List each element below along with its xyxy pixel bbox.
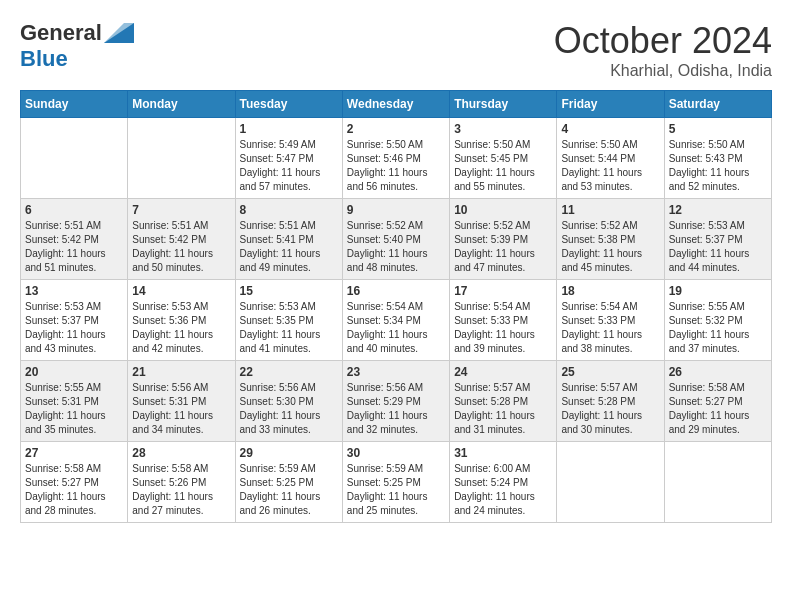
cell-info: Sunrise: 5:56 AMSunset: 5:31 PMDaylight:… [132,381,230,437]
calendar-cell: 14Sunrise: 5:53 AMSunset: 5:36 PMDayligh… [128,280,235,361]
cell-info: Sunrise: 5:54 AMSunset: 5:33 PMDaylight:… [561,300,659,356]
calendar-week-row: 27Sunrise: 5:58 AMSunset: 5:27 PMDayligh… [21,442,772,523]
cell-info: Sunrise: 5:54 AMSunset: 5:34 PMDaylight:… [347,300,445,356]
calendar-cell: 8Sunrise: 5:51 AMSunset: 5:41 PMDaylight… [235,199,342,280]
day-number: 24 [454,365,552,379]
calendar-cell: 24Sunrise: 5:57 AMSunset: 5:28 PMDayligh… [450,361,557,442]
cell-info: Sunrise: 5:51 AMSunset: 5:41 PMDaylight:… [240,219,338,275]
day-number: 5 [669,122,767,136]
header-day-saturday: Saturday [664,91,771,118]
cell-info: Sunrise: 5:57 AMSunset: 5:28 PMDaylight:… [454,381,552,437]
day-number: 30 [347,446,445,460]
day-number: 3 [454,122,552,136]
calendar-header-row: SundayMondayTuesdayWednesdayThursdayFrid… [21,91,772,118]
calendar-cell [664,442,771,523]
day-number: 8 [240,203,338,217]
cell-info: Sunrise: 5:58 AMSunset: 5:27 PMDaylight:… [669,381,767,437]
day-number: 26 [669,365,767,379]
cell-info: Sunrise: 5:56 AMSunset: 5:29 PMDaylight:… [347,381,445,437]
month-title: October 2024 [554,20,772,62]
calendar-cell: 30Sunrise: 5:59 AMSunset: 5:25 PMDayligh… [342,442,449,523]
day-number: 7 [132,203,230,217]
calendar-week-row: 13Sunrise: 5:53 AMSunset: 5:37 PMDayligh… [21,280,772,361]
day-number: 9 [347,203,445,217]
calendar-cell: 27Sunrise: 5:58 AMSunset: 5:27 PMDayligh… [21,442,128,523]
cell-info: Sunrise: 5:51 AMSunset: 5:42 PMDaylight:… [25,219,123,275]
svg-marker-1 [104,23,134,43]
calendar-week-row: 20Sunrise: 5:55 AMSunset: 5:31 PMDayligh… [21,361,772,442]
location-title: Kharhial, Odisha, India [554,62,772,80]
cell-info: Sunrise: 5:51 AMSunset: 5:42 PMDaylight:… [132,219,230,275]
logo-blue-text: Blue [20,46,68,71]
cell-info: Sunrise: 5:58 AMSunset: 5:26 PMDaylight:… [132,462,230,518]
day-number: 4 [561,122,659,136]
day-number: 13 [25,284,123,298]
calendar-cell: 15Sunrise: 5:53 AMSunset: 5:35 PMDayligh… [235,280,342,361]
calendar-cell: 21Sunrise: 5:56 AMSunset: 5:31 PMDayligh… [128,361,235,442]
calendar-cell: 17Sunrise: 5:54 AMSunset: 5:33 PMDayligh… [450,280,557,361]
day-number: 20 [25,365,123,379]
cell-info: Sunrise: 5:50 AMSunset: 5:44 PMDaylight:… [561,138,659,194]
day-number: 11 [561,203,659,217]
calendar-cell: 16Sunrise: 5:54 AMSunset: 5:34 PMDayligh… [342,280,449,361]
day-number: 19 [669,284,767,298]
cell-info: Sunrise: 5:55 AMSunset: 5:31 PMDaylight:… [25,381,123,437]
calendar-cell: 25Sunrise: 5:57 AMSunset: 5:28 PMDayligh… [557,361,664,442]
header-day-tuesday: Tuesday [235,91,342,118]
cell-info: Sunrise: 5:53 AMSunset: 5:37 PMDaylight:… [25,300,123,356]
calendar-cell: 6Sunrise: 5:51 AMSunset: 5:42 PMDaylight… [21,199,128,280]
title-area: October 2024 Kharhial, Odisha, India [554,20,772,80]
cell-info: Sunrise: 5:52 AMSunset: 5:40 PMDaylight:… [347,219,445,275]
cell-info: Sunrise: 6:00 AMSunset: 5:24 PMDaylight:… [454,462,552,518]
day-number: 28 [132,446,230,460]
day-number: 22 [240,365,338,379]
cell-info: Sunrise: 5:52 AMSunset: 5:38 PMDaylight:… [561,219,659,275]
day-number: 27 [25,446,123,460]
day-number: 1 [240,122,338,136]
calendar-cell: 1Sunrise: 5:49 AMSunset: 5:47 PMDaylight… [235,118,342,199]
calendar: SundayMondayTuesdayWednesdayThursdayFrid… [20,90,772,523]
calendar-cell: 13Sunrise: 5:53 AMSunset: 5:37 PMDayligh… [21,280,128,361]
day-number: 2 [347,122,445,136]
cell-info: Sunrise: 5:50 AMSunset: 5:46 PMDaylight:… [347,138,445,194]
cell-info: Sunrise: 5:49 AMSunset: 5:47 PMDaylight:… [240,138,338,194]
cell-info: Sunrise: 5:59 AMSunset: 5:25 PMDaylight:… [347,462,445,518]
cell-info: Sunrise: 5:53 AMSunset: 5:37 PMDaylight:… [669,219,767,275]
calendar-cell: 26Sunrise: 5:58 AMSunset: 5:27 PMDayligh… [664,361,771,442]
calendar-cell [128,118,235,199]
calendar-cell: 23Sunrise: 5:56 AMSunset: 5:29 PMDayligh… [342,361,449,442]
calendar-cell: 10Sunrise: 5:52 AMSunset: 5:39 PMDayligh… [450,199,557,280]
calendar-cell: 9Sunrise: 5:52 AMSunset: 5:40 PMDaylight… [342,199,449,280]
logo-general-text: General [20,20,102,46]
calendar-cell: 29Sunrise: 5:59 AMSunset: 5:25 PMDayligh… [235,442,342,523]
calendar-cell: 31Sunrise: 6:00 AMSunset: 5:24 PMDayligh… [450,442,557,523]
day-number: 18 [561,284,659,298]
day-number: 15 [240,284,338,298]
calendar-cell: 20Sunrise: 5:55 AMSunset: 5:31 PMDayligh… [21,361,128,442]
logo: General Blue [20,20,134,72]
cell-info: Sunrise: 5:50 AMSunset: 5:43 PMDaylight:… [669,138,767,194]
cell-info: Sunrise: 5:50 AMSunset: 5:45 PMDaylight:… [454,138,552,194]
header: General Blue October 2024 Kharhial, Odis… [20,20,772,80]
day-number: 12 [669,203,767,217]
calendar-week-row: 6Sunrise: 5:51 AMSunset: 5:42 PMDaylight… [21,199,772,280]
calendar-cell: 7Sunrise: 5:51 AMSunset: 5:42 PMDaylight… [128,199,235,280]
calendar-cell: 11Sunrise: 5:52 AMSunset: 5:38 PMDayligh… [557,199,664,280]
day-number: 23 [347,365,445,379]
calendar-cell [21,118,128,199]
cell-info: Sunrise: 5:53 AMSunset: 5:35 PMDaylight:… [240,300,338,356]
cell-info: Sunrise: 5:59 AMSunset: 5:25 PMDaylight:… [240,462,338,518]
cell-info: Sunrise: 5:56 AMSunset: 5:30 PMDaylight:… [240,381,338,437]
header-day-sunday: Sunday [21,91,128,118]
calendar-cell: 19Sunrise: 5:55 AMSunset: 5:32 PMDayligh… [664,280,771,361]
calendar-cell [557,442,664,523]
day-number: 10 [454,203,552,217]
day-number: 31 [454,446,552,460]
cell-info: Sunrise: 5:52 AMSunset: 5:39 PMDaylight:… [454,219,552,275]
header-day-monday: Monday [128,91,235,118]
day-number: 17 [454,284,552,298]
calendar-cell: 18Sunrise: 5:54 AMSunset: 5:33 PMDayligh… [557,280,664,361]
cell-info: Sunrise: 5:54 AMSunset: 5:33 PMDaylight:… [454,300,552,356]
logo-icon [104,23,134,43]
cell-info: Sunrise: 5:57 AMSunset: 5:28 PMDaylight:… [561,381,659,437]
